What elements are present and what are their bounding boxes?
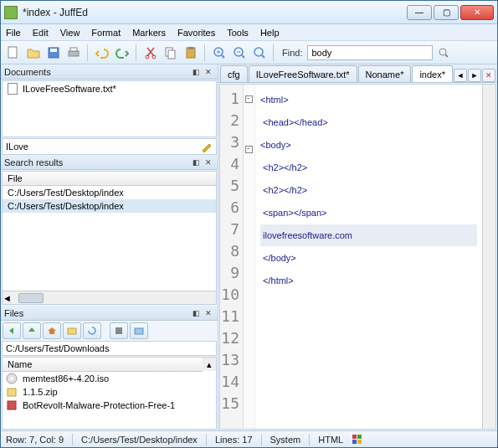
files-path[interactable]: C:/Users/Test/Downloads (2, 341, 217, 356)
panel-close-icon[interactable]: ✕ (203, 157, 214, 168)
panel-float-icon[interactable]: ◧ (191, 307, 203, 319)
svg-rect-24 (352, 440, 357, 444)
code-content[interactable]: <html> <head></head> <body> <h2></h2> <h… (255, 85, 482, 429)
svg-rect-21 (8, 401, 16, 409)
new-folder-icon[interactable] (130, 322, 148, 339)
panel-close-icon[interactable]: ✕ (203, 66, 214, 78)
files-toolbar (1, 321, 218, 341)
menu-favorites[interactable]: Favorites (177, 28, 215, 38)
status-lines: Lines: 17 (215, 435, 253, 445)
svg-rect-25 (357, 440, 362, 444)
app-icon (4, 6, 18, 19)
nav-home-icon[interactable] (43, 322, 61, 339)
undo-icon[interactable] (93, 44, 111, 62)
cut-icon[interactable] (141, 44, 160, 62)
search-results-list[interactable]: File C:/Users/Test/Desktop/index C:/User… (2, 171, 217, 305)
print-icon[interactable] (64, 44, 83, 62)
svg-point-13 (254, 48, 263, 56)
bookmark-icon[interactable] (110, 322, 128, 339)
nav-current-icon[interactable] (63, 322, 81, 339)
document-item[interactable]: ILoveFreeSoftware.txt* (3, 81, 216, 96)
menu-file[interactable]: File (6, 28, 21, 38)
zoom-out-icon[interactable] (230, 44, 249, 62)
line-gutter: 123456789101112131415 (220, 85, 244, 429)
documents-filter[interactable] (2, 138, 217, 155)
files-column-header[interactable]: Name (3, 358, 203, 372)
svg-rect-8 (168, 50, 175, 59)
menu-view[interactable]: View (60, 28, 80, 38)
search-panel-title: Search results ◧ ✕ (1, 155, 218, 170)
panel-float-icon[interactable]: ◧ (191, 157, 203, 168)
svg-rect-15 (68, 328, 76, 334)
files-list[interactable]: Name ▴ memtest86+-4.20.iso 1.1.5.zip Bot… (2, 357, 217, 430)
close-button[interactable]: ✕ (460, 5, 494, 20)
menu-help[interactable]: Help (260, 28, 280, 38)
status-position: Row: 7, Col: 9 (6, 435, 64, 445)
file-row[interactable]: 1.1.5.zip (3, 385, 216, 399)
disc-icon (6, 373, 18, 384)
menu-markers[interactable]: Markers (132, 28, 166, 38)
toolbar: Find: (1, 41, 497, 64)
tabs-prev-icon[interactable]: ◄ (454, 69, 467, 82)
menu-format[interactable]: Format (91, 28, 121, 38)
app-window: *index - JuffEd — ▢ ✕ File Edit View For… (0, 0, 498, 448)
menu-edit[interactable]: Edit (33, 28, 49, 38)
tab-cfg[interactable]: cfg (220, 65, 248, 82)
maximize-button[interactable]: ▢ (434, 5, 459, 20)
tabs-close-icon[interactable]: ✕ (482, 69, 495, 82)
exe-icon (6, 399, 18, 411)
svg-rect-16 (116, 327, 122, 334)
search-result-row[interactable]: C:/Users/Test/Desktop/index (3, 199, 216, 213)
tab-index[interactable]: index* (412, 65, 453, 82)
files-panel-title: Files ◧ ✕ (1, 306, 218, 321)
fold-toggle-icon[interactable] (245, 95, 253, 103)
horizontal-scrollbar[interactable]: ◄ (3, 291, 216, 304)
panel-float-icon[interactable]: ◧ (191, 66, 203, 78)
redo-icon[interactable] (113, 44, 131, 62)
windows-flag-icon (352, 434, 363, 445)
svg-rect-23 (357, 435, 362, 439)
search-column-header[interactable]: File (3, 172, 216, 186)
minimize-button[interactable]: — (407, 5, 432, 20)
find-go-icon[interactable] (434, 44, 453, 62)
copy-icon[interactable] (162, 44, 180, 62)
nav-refresh-icon[interactable] (83, 322, 101, 339)
svg-rect-22 (352, 435, 357, 439)
menubar: File Edit View Format Markers Favorites … (1, 24, 497, 41)
find-input[interactable] (307, 45, 433, 60)
documents-list[interactable]: ILoveFreeSoftware.txt* (2, 80, 217, 137)
tab-noname[interactable]: Noname* (358, 65, 412, 82)
panel-close-icon[interactable]: ✕ (203, 307, 214, 319)
left-pane: Documents ◧ ✕ ILoveFreeSoftware.txt* Sea… (1, 64, 218, 430)
svg-point-19 (10, 377, 13, 380)
zoom-in-icon[interactable] (210, 44, 228, 62)
tabs-next-icon[interactable]: ► (468, 69, 481, 82)
vertical-scrollbar[interactable] (482, 85, 495, 429)
tab-ilovefreesoftware[interactable]: ILoveFreeSoftware.txt* (249, 65, 357, 82)
open-file-icon[interactable] (24, 44, 43, 62)
file-row[interactable]: memtest86+-4.20.iso (3, 372, 216, 385)
fold-gutter[interactable] (244, 85, 255, 429)
zoom-reset-icon[interactable] (250, 44, 269, 62)
status-language: HTML (318, 435, 343, 445)
clear-filter-icon[interactable] (201, 141, 213, 152)
menu-tools[interactable]: Tools (227, 28, 249, 38)
fold-toggle-icon[interactable] (245, 146, 253, 153)
file-row[interactable]: BotRevolt-Malware-Protection-Free-1 (3, 399, 216, 412)
svg-rect-20 (8, 389, 16, 396)
svg-rect-4 (70, 48, 77, 51)
scroll-up-icon[interactable]: ▴ (203, 358, 216, 371)
paste-icon[interactable] (182, 44, 200, 62)
titlebar[interactable]: *index - JuffEd — ▢ ✕ (1, 1, 497, 24)
code-editor[interactable]: 123456789101112131415 <html> <head></hea… (219, 84, 496, 430)
nav-up-icon[interactable] (23, 322, 41, 339)
search-result-row[interactable]: C:/Users/Test/Desktop/index (3, 186, 216, 199)
filter-input[interactable] (6, 142, 201, 152)
archive-icon (6, 386, 18, 398)
find-label: Find: (282, 48, 302, 58)
statusbar: Row: 7, Col: 9 C:/Users/Test/Desktop/ind… (1, 430, 497, 447)
nav-back-icon[interactable] (3, 322, 21, 339)
save-icon[interactable] (44, 44, 63, 62)
status-path: C:/Users/Test/Desktop/index (81, 435, 198, 445)
new-file-icon[interactable] (4, 44, 23, 62)
